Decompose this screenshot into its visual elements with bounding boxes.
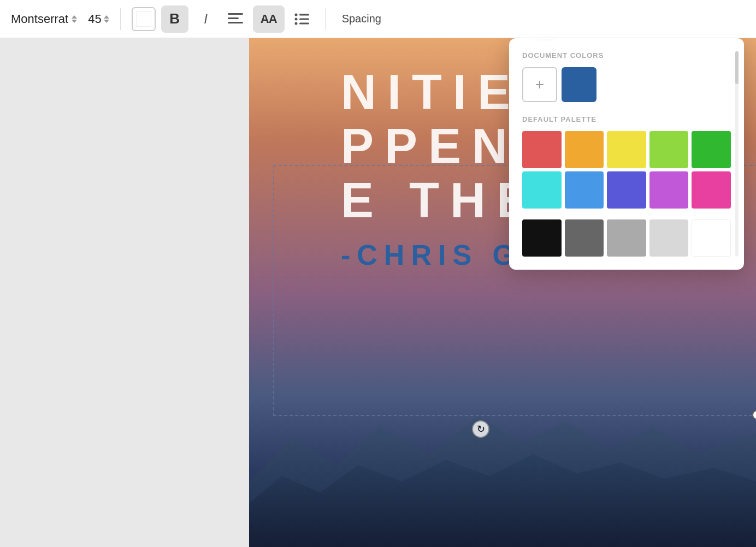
left-panel	[0, 38, 249, 547]
align-icon	[228, 13, 243, 25]
add-color-button[interactable]: +	[522, 67, 557, 102]
scrollbar-track[interactable]	[735, 51, 739, 257]
svg-point-3	[294, 13, 297, 16]
palette-cell-0-2[interactable]	[607, 131, 646, 168]
rotate-handle[interactable]: ↻	[472, 420, 489, 438]
color-swatch-button[interactable]	[132, 7, 156, 31]
svg-point-7	[294, 22, 297, 25]
mountains-svg	[249, 383, 756, 547]
svg-rect-2	[228, 22, 243, 23]
font-name-stepper[interactable]	[72, 15, 77, 23]
list-button[interactable]	[290, 7, 314, 31]
font-size-down-arrow[interactable]	[104, 20, 109, 23]
svg-rect-6	[299, 18, 309, 20]
divider-2	[325, 8, 326, 30]
svg-point-5	[294, 17, 297, 20]
aa-button[interactable]: AA	[253, 5, 285, 33]
font-size-stepper[interactable]	[104, 15, 109, 23]
canvas-area: NITIES PPEN. E THEM. -CHRIS GROSSER ↻ DO…	[249, 38, 756, 547]
palette-cell-0-3[interactable]	[649, 131, 689, 168]
font-name-down-arrow[interactable]	[72, 20, 77, 23]
font-size-label: 45	[88, 12, 101, 26]
palette-grid	[522, 131, 731, 209]
svg-rect-1	[228, 17, 239, 19]
palette-cell-1-3[interactable]	[649, 171, 689, 209]
palette-cell-0-4[interactable]	[692, 131, 731, 168]
grayscale-cell-2[interactable]	[607, 219, 646, 257]
palette-cell-1-1[interactable]	[565, 171, 604, 209]
font-name-wrapper: Montserrat	[11, 12, 77, 26]
italic-button[interactable]: I	[194, 7, 218, 31]
svg-rect-4	[299, 14, 309, 15]
svg-rect-0	[228, 13, 243, 15]
popup-arrow	[536, 38, 554, 39]
color-swatch-inner	[136, 11, 151, 27]
scrollbar-thumb[interactable]	[735, 51, 739, 84]
font-name-up-arrow[interactable]	[72, 15, 77, 19]
document-colors-row: +	[522, 67, 731, 102]
color-picker-popup: DOCUMENT COLORS + DEFAULT PALETTE	[509, 38, 744, 270]
grayscale-cell-3[interactable]	[649, 219, 689, 257]
font-name-label: Montserrat	[11, 12, 68, 26]
svg-rect-8	[299, 22, 309, 24]
align-button[interactable]	[223, 7, 247, 31]
grayscale-cell-1[interactable]	[565, 219, 604, 257]
palette-cell-0-0[interactable]	[522, 131, 562, 168]
palette-cell-1-4[interactable]	[692, 171, 731, 209]
grayscale-cell-4[interactable]	[692, 219, 731, 257]
grayscale-grid	[522, 219, 731, 257]
bold-button[interactable]: B	[161, 5, 188, 33]
palette-cell-1-0[interactable]	[522, 171, 562, 209]
document-color-swatch-0[interactable]	[562, 67, 596, 102]
main-area: NITIES PPEN. E THEM. -CHRIS GROSSER ↻ DO…	[0, 38, 756, 547]
document-colors-title: DOCUMENT COLORS	[522, 51, 731, 60]
default-palette-title: DEFAULT PALETTE	[522, 115, 731, 123]
divider-1	[120, 8, 121, 30]
font-size-up-arrow[interactable]	[104, 15, 109, 19]
palette-cell-1-2[interactable]	[607, 171, 646, 209]
font-size-wrapper: 45	[88, 12, 109, 26]
grayscale-cell-0[interactable]	[522, 219, 562, 257]
list-icon	[294, 13, 310, 26]
spacing-label[interactable]: Spacing	[342, 13, 381, 25]
palette-cell-0-1[interactable]	[565, 131, 604, 168]
toolbar: Montserrat 45 B I AA	[0, 0, 756, 38]
